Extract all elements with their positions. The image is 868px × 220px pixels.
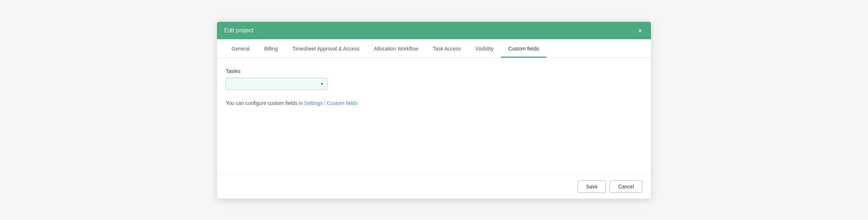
tastes-label: Tastes [226, 68, 642, 74]
modal-footer: Save Cancel [217, 174, 651, 199]
settings-custom-fields-link[interactable]: Settings / Custom fields [304, 100, 358, 106]
tab-billing[interactable]: Billing [257, 39, 285, 58]
config-text-before: You can configure custom fields in [226, 100, 304, 106]
cancel-button[interactable]: Cancel [610, 180, 642, 193]
tab-general[interactable]: General [224, 39, 257, 58]
tabs-nav: General Billing Timesheet Approval & Acc… [217, 39, 651, 58]
tastes-select-wrapper: ▾ [226, 78, 327, 90]
config-text: You can configure custom fields in Setti… [226, 100, 642, 106]
modal-header: Edit project × [217, 22, 651, 39]
tab-timesheet[interactable]: Timesheet Approval & Access [285, 39, 367, 58]
tastes-select[interactable] [226, 78, 327, 90]
tab-task-access[interactable]: Task Access [426, 39, 468, 58]
modal-title: Edit project [224, 27, 253, 34]
edit-project-modal: Edit project × General Billing Timesheet… [217, 22, 651, 199]
tab-allocation-workflow[interactable]: Allocation Workflow [367, 39, 426, 58]
save-button[interactable]: Save [578, 180, 606, 193]
tab-custom-fields[interactable]: Custom fields [501, 39, 546, 58]
close-button[interactable]: × [636, 27, 644, 34]
tab-visibility[interactable]: Visibility [468, 39, 501, 58]
modal-body: Tastes ▾ You can configure custom fields… [217, 58, 651, 174]
